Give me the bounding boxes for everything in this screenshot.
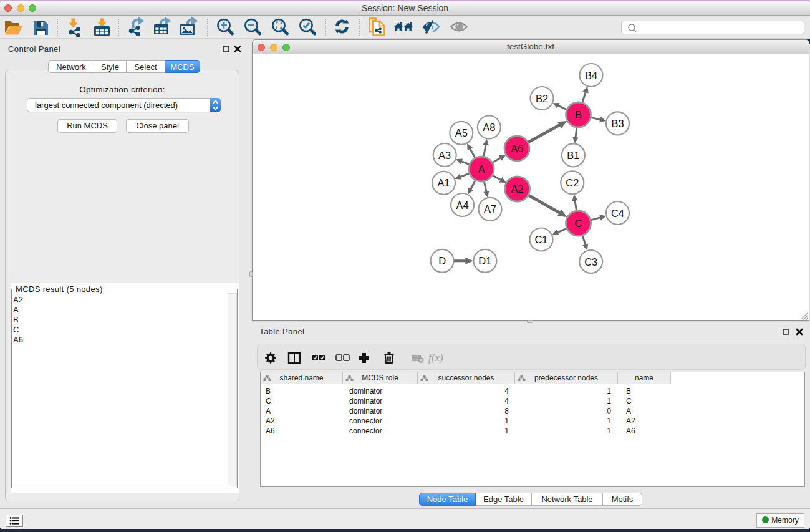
svg-text:B4: B4 <box>585 70 597 81</box>
svg-text:B: B <box>575 109 582 120</box>
svg-text:A: A <box>478 163 485 175</box>
svg-text:A4: A4 <box>456 200 468 211</box>
svg-text:A7: A7 <box>484 203 496 215</box>
svg-text:C4: C4 <box>611 208 624 219</box>
svg-text:A3: A3 <box>438 150 451 161</box>
svg-text:A2: A2 <box>511 183 524 195</box>
svg-text:B1: B1 <box>567 150 579 161</box>
svg-text:C: C <box>575 218 582 229</box>
svg-text:C1: C1 <box>534 234 547 245</box>
svg-text:B2: B2 <box>536 93 548 104</box>
svg-text:A6: A6 <box>511 143 523 154</box>
svg-text:A1: A1 <box>437 177 450 188</box>
svg-text:A5: A5 <box>455 127 468 138</box>
svg-text:D: D <box>438 255 446 266</box>
svg-text:C3: C3 <box>584 256 597 268</box>
svg-text:B3: B3 <box>611 118 624 129</box>
svg-text:D1: D1 <box>478 255 491 266</box>
svg-text:f(x): f(x) <box>428 352 443 364</box>
svg-text:C2: C2 <box>566 177 579 188</box>
svg-text:A8: A8 <box>483 122 495 133</box>
